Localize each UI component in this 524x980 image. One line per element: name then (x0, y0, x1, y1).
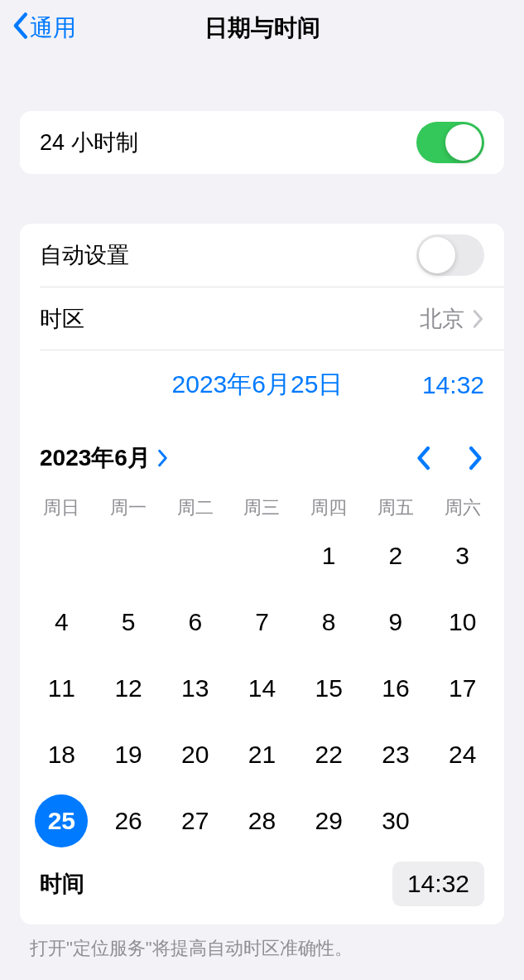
chevron-right-icon (157, 449, 169, 467)
calendar-day[interactable]: 16 (363, 661, 430, 716)
calendar-empty-cell (95, 529, 162, 583)
weekday-label: 周五 (363, 490, 430, 525)
calendar-day[interactable]: 13 (161, 661, 228, 716)
month-label: 2023年6月 (40, 442, 151, 474)
calendar-day[interactable]: 9 (363, 595, 430, 649)
calendar-day[interactable]: 18 (28, 727, 95, 782)
calendar-day[interactable]: 8 (296, 595, 363, 649)
label-time: 时间 (40, 869, 84, 899)
weekday-label: 周六 (429, 490, 496, 525)
calendar-day[interactable]: 23 (363, 727, 430, 782)
month-picker[interactable]: 2023年6月 (40, 442, 169, 474)
calendar-day[interactable]: 26 (95, 794, 162, 848)
calendar-day[interactable]: 30 (363, 794, 430, 848)
weekday-label: 周二 (161, 490, 228, 525)
row-autoset: 自动设置 (20, 224, 504, 287)
value-timezone: 北京 (420, 304, 464, 334)
back-button[interactable]: 通用 (0, 12, 76, 46)
calendar-day[interactable]: 17 (429, 661, 496, 716)
calendar-day[interactable]: 3 (429, 529, 496, 583)
footer-note: 打开"定位服务"将提高自动时区准确性。 (0, 924, 524, 973)
row-24hour: 24 小时制 (20, 111, 504, 174)
calendar-day[interactable]: 24 (429, 727, 496, 782)
time-picker[interactable]: 14:32 (392, 862, 484, 906)
calendar-day[interactable]: 25 (28, 794, 95, 848)
weekday-label: 周日 (28, 490, 95, 525)
label-autoset: 自动设置 (40, 240, 129, 270)
calendar-day[interactable]: 6 (161, 595, 228, 649)
calendar-grid: 1234567891011121314151617181920212223242… (20, 525, 504, 857)
calendar-day[interactable]: 21 (228, 727, 296, 782)
weekday-header: 周日周一周二周三周四周五周六 (20, 490, 504, 525)
current-time[interactable]: 14:32 (422, 371, 484, 399)
label-24hour: 24 小时制 (40, 128, 138, 157)
calendar-day[interactable]: 28 (228, 794, 296, 848)
calendar-day[interactable]: 7 (228, 595, 296, 649)
calendar-day[interactable]: 29 (296, 794, 363, 848)
calendar-day[interactable]: 22 (296, 727, 363, 782)
row-timezone[interactable]: 时区 北京 (40, 287, 504, 350)
calendar-empty-cell (161, 529, 228, 583)
calendar-day[interactable]: 27 (161, 794, 228, 848)
weekday-label: 周一 (95, 490, 162, 525)
calendar-empty-cell (228, 529, 296, 583)
calendar-day[interactable]: 2 (363, 529, 430, 583)
weekday-label: 周三 (228, 490, 296, 525)
calendar-day[interactable]: 14 (228, 661, 296, 716)
current-date[interactable]: 2023年6月25日 (139, 368, 344, 402)
toggle-24hour[interactable] (416, 122, 484, 163)
calendar-day[interactable]: 5 (95, 595, 162, 649)
prev-month-button[interactable] (415, 446, 431, 471)
label-timezone: 时区 (40, 304, 84, 334)
page-title: 日期与时间 (0, 12, 524, 44)
calendar-day[interactable]: 19 (95, 727, 162, 782)
back-label: 通用 (30, 12, 76, 44)
calendar-day[interactable]: 12 (95, 661, 162, 716)
row-time: 时间 14:32 (20, 857, 504, 924)
next-month-button[interactable] (468, 446, 484, 471)
calendar-day[interactable]: 20 (161, 727, 228, 782)
calendar-day[interactable]: 11 (28, 661, 95, 716)
chevron-right-icon (473, 309, 484, 329)
calendar-day[interactable]: 10 (429, 595, 496, 649)
calendar-day[interactable]: 1 (296, 529, 363, 583)
chevron-left-icon (10, 12, 30, 46)
calendar-empty-cell (28, 529, 95, 583)
calendar-day[interactable]: 15 (296, 661, 363, 716)
weekday-label: 周四 (296, 490, 363, 525)
toggle-autoset[interactable] (416, 234, 484, 276)
calendar-day[interactable]: 4 (28, 595, 95, 649)
row-current-datetime: 2023年6月25日 14:32 (40, 350, 504, 419)
